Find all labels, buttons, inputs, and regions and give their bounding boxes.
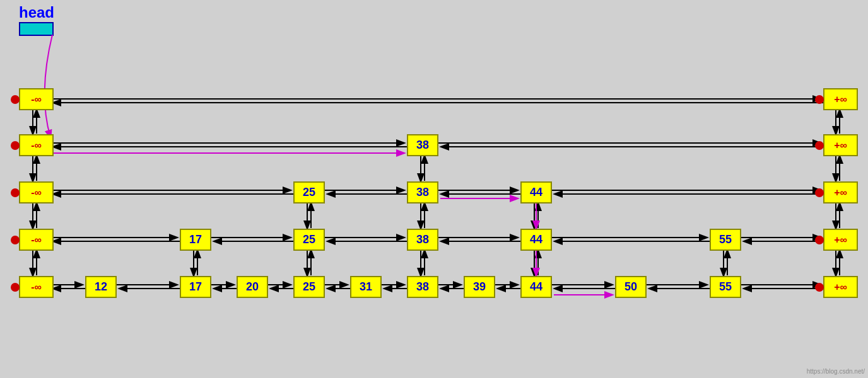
node-row4-50: 50 (615, 276, 647, 298)
node-row0-pos: +∞ (823, 88, 858, 110)
dot-row4-neg (11, 283, 20, 292)
node-row1-neg: -∞ (19, 134, 54, 156)
watermark: https://blog.csdn.net/ (807, 368, 865, 375)
node-row4-31: 31 (350, 276, 382, 298)
dot-row1-pos (815, 141, 824, 150)
dot-row4-pos (815, 283, 824, 292)
dot-row3-neg (11, 236, 20, 244)
node-row4-38: 38 (407, 276, 438, 298)
node-row3-44: 44 (520, 229, 552, 251)
node-row4-55: 55 (710, 276, 741, 298)
node-row4-44: 44 (520, 276, 552, 298)
node-row3-neg: -∞ (19, 229, 54, 251)
dot-row0-pos (815, 95, 824, 104)
node-row4-25: 25 (293, 276, 325, 298)
node-row3-38: 38 (407, 229, 438, 251)
dot-row1-neg (11, 141, 20, 150)
node-row4-20: 20 (237, 276, 268, 298)
node-row4-17: 17 (180, 276, 211, 298)
node-row3-25: 25 (293, 229, 325, 251)
node-row2-38: 38 (407, 181, 438, 203)
head-box (19, 22, 54, 36)
dot-row0-neg (11, 95, 20, 104)
dot-row3-pos (815, 236, 824, 244)
dot-row2-pos (815, 188, 824, 197)
node-row2-25: 25 (293, 181, 325, 203)
node-row4-neg: -∞ (19, 276, 54, 298)
node-row2-44: 44 (520, 181, 552, 203)
node-row1-38: 38 (407, 134, 438, 156)
node-row2-neg: -∞ (19, 181, 54, 203)
dot-row2-neg (11, 188, 20, 197)
node-row1-pos: +∞ (823, 134, 858, 156)
node-row3-17: 17 (180, 229, 211, 251)
head-label: head (19, 4, 54, 21)
diagram: head (0, 0, 868, 378)
node-row2-pos: +∞ (823, 181, 858, 203)
node-row3-pos: +∞ (823, 229, 858, 251)
node-row4-12: 12 (85, 276, 117, 298)
node-row4-pos: +∞ (823, 276, 858, 298)
node-row3-55: 55 (710, 229, 741, 251)
node-row4-39: 39 (464, 276, 495, 298)
node-row0-neg: -∞ (19, 88, 54, 110)
